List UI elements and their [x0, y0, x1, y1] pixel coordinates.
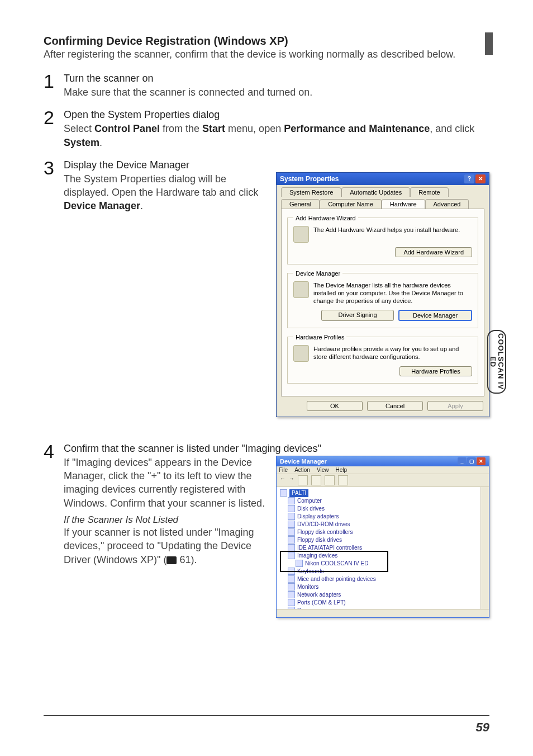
device-icon [288, 528, 295, 536]
step-2-text: Select Control Panel from the Start menu… [64, 122, 489, 149]
tab-remote[interactable]: Remote [410, 187, 449, 197]
step-3-text: The System Properties dialog will be dis… [64, 172, 266, 213]
t: . [99, 137, 102, 148]
t: menu, open [225, 123, 284, 134]
step-number: 3 [44, 158, 64, 177]
window-titlebar[interactable]: Device Manager _ ▢ ✕ [277, 456, 489, 466]
bold: System [64, 137, 99, 148]
desc: Hardware profiles provide a way for you … [313, 345, 472, 361]
menu-file[interactable]: File [279, 467, 288, 473]
device-icon [288, 497, 295, 504]
dialog-titlebar[interactable]: System Properties ? ✕ [277, 173, 489, 185]
step-2: 2 Open the System Properties dialog Sele… [44, 108, 489, 149]
device-icon [288, 591, 295, 598]
step-4: 4 Confirm that the scanner is listed und… [44, 442, 489, 618]
tab-hardware[interactable]: Hardware [382, 199, 425, 209]
tree-node[interactable]: Monitors [297, 583, 318, 591]
device-tree[interactable]: PALTI Computer Disk drives Display adapt… [277, 487, 489, 609]
t: Select [64, 123, 94, 134]
device-manager-button[interactable]: Device Manager [398, 310, 472, 321]
hardware-profiles-icon [293, 345, 309, 362]
menu-view[interactable]: View [317, 467, 329, 473]
t: 61). [177, 554, 197, 565]
dialog-body: Add Hardware Wizard The Add Hardware Wiz… [281, 209, 484, 396]
step-4-subtext: If your scanner is not listed under "Ima… [64, 526, 266, 566]
close-button[interactable]: ✕ [475, 174, 486, 183]
hardware-wizard-icon [293, 226, 309, 243]
tab-general[interactable]: General [281, 199, 320, 209]
device-icon [288, 536, 295, 544]
device-icon [288, 521, 295, 528]
t: , and click [430, 123, 474, 134]
tree-node[interactable]: Processors [297, 607, 325, 609]
step-2-title: Open the System Properties dialog [64, 109, 489, 121]
tree-root[interactable]: PALTI [289, 489, 308, 497]
t: The System Properties dialog will be dis… [64, 173, 258, 198]
highlight-frame [280, 551, 388, 572]
statusbar [277, 609, 489, 617]
step-number: 2 [44, 108, 64, 127]
driver-signing-button[interactable]: Driver Signing [321, 310, 394, 321]
cancel-button[interactable]: Cancel [367, 401, 423, 411]
toolbar-icon[interactable] [338, 475, 348, 485]
bold: Control Panel [94, 123, 160, 134]
desc: The Device Manager lists all the hardwar… [313, 281, 472, 305]
tree-node[interactable]: Floppy disk controllers [297, 528, 353, 536]
menu-action[interactable]: Action [294, 467, 310, 473]
tree-node[interactable]: Mice and other pointing devices [297, 575, 376, 583]
toolbar-icon[interactable] [311, 475, 321, 485]
tree-node[interactable]: Network adapters [297, 591, 341, 599]
step-number: 4 [44, 442, 64, 461]
tree-node[interactable]: Disk drives [297, 505, 325, 513]
system-properties-dialog: System Properties ? ✕ System Restore Aut… [276, 172, 489, 417]
t: from the [160, 123, 202, 134]
maximize-button[interactable]: ▢ [467, 457, 476, 465]
step-3: 3 Display the Device Manager The System … [44, 158, 489, 417]
tree-node[interactable]: Floppy disk drives [297, 536, 342, 544]
device-icon [288, 505, 295, 512]
tab-advanced[interactable]: Advanced [425, 199, 469, 209]
desc: The Add Hardware Wizard helps you instal… [313, 226, 472, 234]
back-icon[interactable]: ← [280, 475, 285, 485]
step-1-text: Make sure that the scanner is connected … [64, 86, 489, 99]
tab-computer-name[interactable]: Computer Name [320, 199, 382, 209]
t: . [140, 200, 143, 211]
tab-automatic-updates[interactable]: Automatic Updates [341, 187, 410, 197]
legend: Add Hardware Wizard [293, 215, 358, 221]
page-number: 59 [476, 720, 489, 735]
scrollbar[interactable] [480, 487, 489, 609]
t: If your scanner is not listed under "Ima… [64, 527, 254, 565]
step-4-text: If "Imaging devices" appears in the Devi… [64, 456, 266, 510]
toolbar-icon[interactable] [325, 475, 335, 485]
tree-node[interactable]: DVD/CD-ROM drives [297, 521, 350, 528]
device-icon [288, 513, 295, 520]
device-manager-icon [293, 281, 309, 298]
legend: Device Manager [293, 270, 342, 277]
toolbar-icon[interactable] [298, 475, 308, 485]
ok-button[interactable]: OK [307, 401, 363, 411]
menu-bar: File Action View Help [277, 466, 489, 474]
add-hardware-wizard-button[interactable]: Add Hardware Wizard [395, 247, 472, 257]
group-hardware-profiles: Hardware Profiles Hardware profiles prov… [287, 334, 478, 384]
tab-system-restore[interactable]: System Restore [281, 187, 341, 197]
forward-icon[interactable]: → [289, 475, 294, 485]
tree-node[interactable]: Display adapters [297, 513, 339, 521]
minimize-button[interactable]: _ [458, 457, 467, 465]
device-icon [288, 599, 295, 606]
page-reference-icon [166, 556, 177, 564]
step-4-subheading: If the Scanner Is Not Listed [64, 514, 266, 526]
bold: Device Manager [64, 200, 140, 211]
tree-node[interactable]: Computer [297, 497, 322, 505]
device-icon [288, 583, 295, 590]
hardware-profiles-button[interactable]: Hardware Profiles [399, 366, 472, 376]
bold: Start [202, 123, 225, 134]
tree-node[interactable]: Ports (COM & LPT) [297, 599, 346, 607]
apply-button[interactable]: Apply [427, 401, 483, 411]
menu-help[interactable]: Help [335, 467, 347, 473]
dialog-title: System Properties [280, 175, 339, 183]
help-button[interactable]: ? [464, 174, 474, 183]
group-add-hardware: Add Hardware Wizard The Add Hardware Wiz… [287, 215, 478, 264]
close-button[interactable]: ✕ [477, 457, 486, 465]
step-number: 1 [44, 72, 64, 91]
side-tab-label: COOLSCAN IV ED [489, 331, 504, 393]
